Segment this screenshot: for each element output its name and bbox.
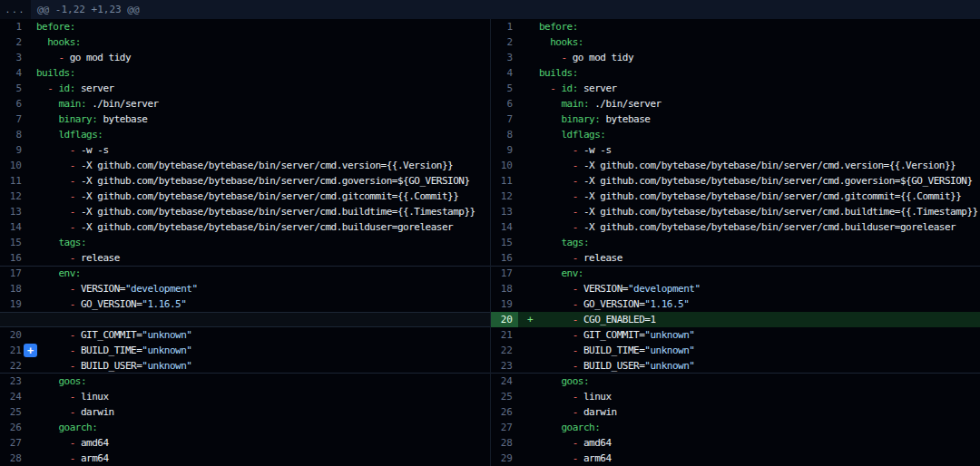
right-line-number[interactable]: 10 (491, 158, 518, 173)
left-line-number[interactable]: 27 (0, 435, 27, 451)
left-line-number[interactable]: 7 (0, 112, 27, 127)
right-line-number[interactable]: 25 (491, 389, 518, 404)
left-line-number[interactable]: 12 (0, 189, 27, 204)
diff-row: 11 - -X github.com/bytebase/bytebase/bin… (0, 173, 980, 189)
code-token-sp (539, 298, 573, 310)
code-token-sp (36, 221, 70, 233)
right-line-number[interactable]: 24 (491, 374, 518, 389)
code-token-val: server (583, 83, 617, 94)
right-line-number[interactable]: 29 (491, 451, 518, 466)
left-line-number[interactable]: 9 (0, 142, 27, 158)
left-line-number[interactable]: 26 (0, 420, 27, 435)
left-line-number[interactable]: 22 (0, 358, 27, 374)
code-token-sp (36, 267, 59, 279)
right-line-number[interactable]: 1 (491, 19, 518, 34)
code-token-sp (539, 375, 562, 387)
diff-row: 10 - -X github.com/bytebase/bytebase/bin… (0, 158, 980, 173)
left-line-number[interactable]: 15 (0, 235, 27, 250)
left-line-number[interactable]: 19 (0, 296, 27, 312)
right-code-line: + - CGO_ENABLED=1 (518, 312, 980, 327)
code-token-sp (36, 83, 47, 94)
right-code-line: - BUILD_TIME="unknown" (518, 343, 980, 358)
right-line-number[interactable]: 27 (491, 420, 518, 435)
right-code-line: - darwin (518, 404, 980, 420)
right-line-number[interactable]: 11 (491, 173, 518, 189)
right-code-line: - -X github.com/bytebase/bytebase/bin/se… (518, 189, 980, 204)
diff-right-half: 21 - GIT_COMMIT="unknown" (490, 327, 980, 343)
diff-right-half: 9 - -w -s (490, 142, 980, 158)
right-code-line: - VERSION="development" (518, 281, 980, 296)
right-line-number[interactable]: 23 (491, 358, 518, 374)
right-line-number[interactable]: 21 (491, 327, 518, 343)
right-line-number[interactable]: 17 (491, 266, 518, 281)
diff-right-half: 15 tags: (490, 235, 980, 250)
code-token-val: arm64 (81, 452, 109, 464)
right-line-number[interactable]: 20 (491, 312, 518, 327)
code-token-sp (539, 252, 573, 264)
right-line-number[interactable]: 2 (491, 34, 518, 50)
left-line-number[interactable]: 1 (0, 19, 27, 34)
right-line-number[interactable]: 9 (491, 142, 518, 158)
code-token-val: BUILD_USER= (81, 360, 142, 372)
left-code-line: hooks: (27, 34, 490, 50)
diff-right-half: 23 - BUILD_USER="unknown" (490, 358, 980, 374)
right-line-number[interactable]: 8 (491, 127, 518, 142)
right-line-number[interactable]: 16 (491, 250, 518, 266)
code-token-val: -w -s (583, 144, 612, 156)
right-line-number[interactable]: 4 (491, 65, 518, 81)
right-line-number[interactable]: 19 (491, 296, 518, 312)
right-line-number[interactable]: 14 (491, 219, 518, 235)
diff-row: 8 ldflags:8 ldflags: (0, 127, 980, 142)
left-line-number[interactable]: 24 (0, 389, 27, 404)
diff-row: 5 - id: server5 - id: server (0, 81, 980, 96)
left-line-number[interactable]: 10 (0, 158, 27, 173)
left-line-number[interactable]: 3 (0, 50, 27, 65)
right-code-line: main: ./bin/server (518, 96, 980, 112)
code-token-sp (36, 422, 59, 433)
left-line-number[interactable]: 5 (0, 81, 27, 96)
left-line-number[interactable]: 6 (0, 96, 27, 112)
left-line-number[interactable]: 8 (0, 127, 27, 142)
code-token-sp (36, 36, 47, 48)
left-line-number[interactable]: 17 (0, 266, 27, 281)
right-line-number[interactable]: 3 (491, 50, 518, 65)
diff-right-half: 26 - darwin (490, 404, 980, 420)
diff-row: 22 - BUILD_USER="unknown"23 - BUILD_USER… (0, 358, 980, 374)
left-line-number[interactable]: 11 (0, 173, 27, 189)
code-token-val: GO_VERSION= (583, 298, 644, 310)
left-line-number[interactable]: 4 (0, 65, 27, 81)
left-line-number[interactable]: 14 (0, 219, 27, 235)
left-line-number[interactable]: 20 (0, 327, 27, 343)
left-line-number[interactable]: 18 (0, 281, 27, 296)
right-line-number[interactable]: 7 (491, 112, 518, 127)
right-line-number[interactable]: 6 (491, 96, 518, 112)
right-line-number[interactable]: 18 (491, 281, 518, 296)
code-token-sp (539, 329, 573, 341)
left-line-number[interactable]: 13 (0, 204, 27, 219)
right-line-number[interactable]: 12 (491, 189, 518, 204)
add-comment-button[interactable]: + (24, 344, 37, 357)
left-line-number[interactable]: 23 (0, 374, 27, 389)
code-token-val: arm64 (583, 452, 612, 464)
diff-row: 13 - -X github.com/bytebase/bytebase/bin… (0, 204, 980, 219)
right-line-number[interactable]: 5 (491, 81, 518, 96)
diff-right-half: 20+ - CGO_ENABLED=1 (490, 312, 980, 327)
diff-left-half: 4builds: (0, 65, 490, 81)
diff-right-half: 1before: (490, 19, 980, 34)
right-line-number[interactable]: 22 (491, 343, 518, 358)
left-line-number[interactable]: 25 (0, 404, 27, 420)
diff-right-half: 6 main: ./bin/server (490, 96, 980, 112)
diff-right-half: 13 - -X github.com/bytebase/bytebase/bin… (490, 204, 980, 219)
right-code-line: binary: bytebase (518, 112, 980, 127)
right-line-number[interactable]: 15 (491, 235, 518, 250)
left-line-number[interactable]: 16 (0, 250, 27, 266)
right-line-number[interactable]: 13 (491, 204, 518, 219)
right-line-number[interactable]: 28 (491, 435, 518, 451)
code-token-sp (539, 437, 573, 449)
more-options-button[interactable]: ... (0, 0, 31, 19)
left-line-number[interactable]: 28 (0, 451, 27, 466)
left-line-number[interactable]: 2 (0, 34, 27, 50)
diff-left-half: 8 ldflags: (0, 127, 490, 142)
code-token-val: amd64 (583, 437, 612, 449)
right-line-number[interactable]: 26 (491, 404, 518, 420)
